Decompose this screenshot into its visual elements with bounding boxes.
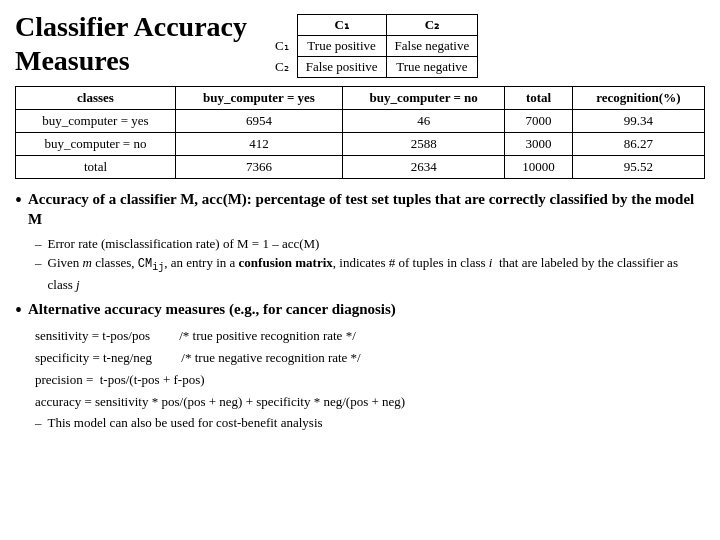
table-row: total736626341000095.52 [16,156,705,179]
legend-table: C₁ C₂ C₁ True positive False negative C₂… [267,14,478,78]
formula-specificity-comment: /* true negative recognition rate */ [181,347,360,369]
formula-precision-text: precision = t-pos/(t-pos + f-pos) [35,369,205,391]
table-cell-0-2: 46 [342,110,505,133]
bullet-item-2: • Alternative accuracy measures (e.g., f… [15,299,705,321]
formula-accuracy-text: accuracy = sensitivity * pos/(pos + neg)… [35,391,405,413]
table-cell-1-4: 86.27 [572,133,704,156]
bullet-dot-1: • [15,189,22,211]
accuracy-table: classes buy_computer = yes buy_computer … [15,86,705,179]
dash-icon-3: – [35,413,42,433]
table-cell-2-3: 10000 [505,156,572,179]
page-title: Classifier Accuracy Measures [15,10,247,77]
confusion-legend: C₁ C₂ C₁ True positive False negative C₂… [267,14,478,78]
col-header-buy-yes: buy_computer = yes [175,87,342,110]
formula-accuracy: accuracy = sensitivity * pos/(pos + neg)… [35,391,705,413]
table-cell-0-0: buy_computer = yes [16,110,176,133]
bullet-dot-2: • [15,299,22,321]
legend-row1-label: C₁ [267,36,297,57]
table-cell-2-2: 2634 [342,156,505,179]
table-cell-2-1: 7366 [175,156,342,179]
bullet-section: • Accuracy of a classifier M, acc(M): pe… [15,189,705,433]
table-cell-1-3: 3000 [505,133,572,156]
legend-row2-col2: True negative [386,57,478,78]
table-cell-2-4: 95.52 [572,156,704,179]
sub-bullet-2-1: – This model can also be used for cost-b… [35,413,705,433]
legend-col1-header: C₁ [297,15,386,36]
legend-row1: C₁ True positive False negative [267,36,478,57]
legend-row2-label: C₂ [267,57,297,78]
formula-sensitivity: sensitivity = t-pos/pos /* true positive… [35,325,705,347]
sub-bullet-text-2-1: This model can also be used for cost-ben… [48,413,706,433]
col-header-recognition: recognition(%) [572,87,704,110]
sub-bullet-1-2: – Given m classes, CMij, an entry in a c… [35,253,705,295]
dash-icon-2: – [35,253,42,273]
formula-sensitivity-comment: /* true positive recognition rate */ [179,325,356,347]
sub-bullet-text-1-2: Given m classes, CMij, an entry in a con… [48,253,706,295]
formula-specificity-label: specificity = t-neg/neg [35,347,152,369]
table-cell-1-2: 2588 [342,133,505,156]
main-table-wrapper: classes buy_computer = yes buy_computer … [15,86,705,179]
bullet-text-1: Accuracy of a classifier M, acc(M): perc… [28,189,705,230]
sub-bullets-1: – Error rate (misclassification rate) of… [35,234,705,295]
table-header-row: classes buy_computer = yes buy_computer … [16,87,705,110]
top-section: Classifier Accuracy Measures C₁ C₂ C₁ Tr… [15,10,705,78]
legend-col2-header: C₂ [386,15,478,36]
bullet-text-2: Alternative accuracy measures (e.g., for… [28,299,396,319]
table-row: buy_computer = no4122588300086.27 [16,133,705,156]
legend-row1-col2: False negative [386,36,478,57]
formula-section: sensitivity = t-pos/pos /* true positive… [35,325,705,413]
formula-sensitivity-label: sensitivity = t-pos/pos [35,325,150,347]
sub-bullet-text-1-1: Error rate (misclassification rate) of M… [48,234,706,254]
table-cell-0-4: 99.34 [572,110,704,133]
legend-row1-col1: True positive [297,36,386,57]
title-block: Classifier Accuracy Measures [15,10,247,77]
formula-precision: precision = t-pos/(t-pos + f-pos) [35,369,705,391]
formula-specificity: specificity = t-neg/neg /* true negative… [35,347,705,369]
bullet-item-1: • Accuracy of a classifier M, acc(M): pe… [15,189,705,230]
table-cell-1-0: buy_computer = no [16,133,176,156]
table-cell-2-0: total [16,156,176,179]
sub-bullet-1-1: – Error rate (misclassification rate) of… [35,234,705,254]
table-cell-1-1: 412 [175,133,342,156]
col-header-classes: classes [16,87,176,110]
table-cell-0-3: 7000 [505,110,572,133]
table-row: buy_computer = yes695446700099.34 [16,110,705,133]
legend-row2-col1: False positive [297,57,386,78]
dash-icon-1: – [35,234,42,254]
table-cell-0-1: 6954 [175,110,342,133]
col-header-total: total [505,87,572,110]
sub-bullets-2: – This model can also be used for cost-b… [35,413,705,433]
col-header-buy-no: buy_computer = no [342,87,505,110]
legend-row2: C₂ False positive True negative [267,57,478,78]
